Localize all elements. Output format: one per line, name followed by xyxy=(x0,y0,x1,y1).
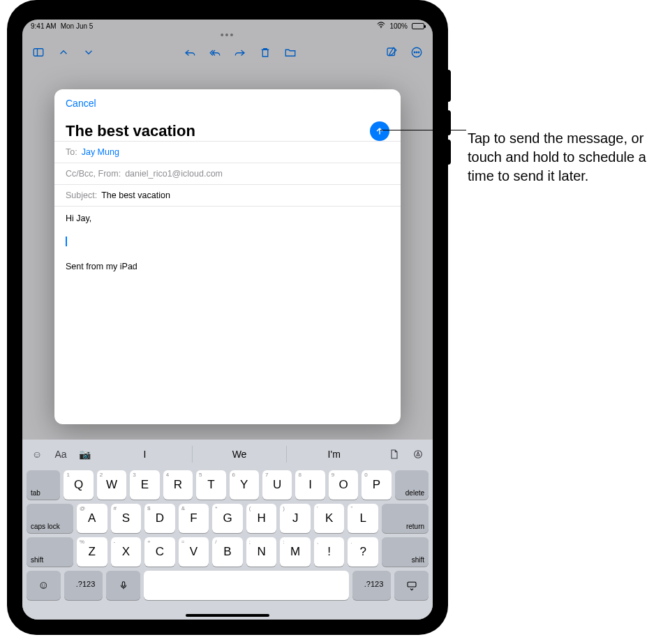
text-format-icon[interactable]: Aa xyxy=(50,449,71,460)
key-K[interactable]: 'K xyxy=(314,504,345,533)
key-I[interactable]: 8I xyxy=(295,470,325,500)
key-U[interactable]: 7U xyxy=(262,470,292,500)
volume-up-button xyxy=(445,110,451,135)
key-Q[interactable]: 1Q xyxy=(64,470,93,500)
key-hide-keyboard[interactable] xyxy=(394,571,429,600)
compose-body[interactable]: Hi Jay, Sent from my iPad xyxy=(54,206,401,424)
key-S[interactable]: #S xyxy=(111,504,142,533)
key-shift-right[interactable]: shift xyxy=(382,537,429,567)
subject-field[interactable]: Subject: The best vacation xyxy=(54,184,401,206)
ipad-device: 9:41 AM Mon Jun 5 100% ••• xyxy=(7,0,448,635)
key-R[interactable]: 4R xyxy=(163,470,193,500)
key-C[interactable]: +C xyxy=(144,537,175,567)
key-Z[interactable]: %Z xyxy=(77,537,107,567)
send-button[interactable] xyxy=(370,121,389,141)
keyboard-toolbar: ☺ Aa 📷 IWeI'm xyxy=(27,442,429,466)
key-caps-lock[interactable]: caps lock xyxy=(27,504,73,533)
onscreen-keyboard: ☺ Aa 📷 IWeI'm tab 1Q2W3E4R5T6Y7U8I9O0Pde… xyxy=(22,440,433,620)
key-numsym-left[interactable]: .?123 xyxy=(64,571,103,600)
key-numsym-right[interactable]: .?123 xyxy=(352,571,391,600)
key-delete[interactable]: delete xyxy=(395,470,429,500)
compose-sheet: Cancel The best vacation To: Jay Mung Cc… xyxy=(54,89,401,424)
arrow-up-icon xyxy=(375,126,385,136)
callout-text: Tap to send the message, or touch and ho… xyxy=(468,129,656,186)
key-A[interactable]: @A xyxy=(77,504,107,533)
svg-rect-10 xyxy=(408,582,416,587)
volume-down-button xyxy=(445,140,451,165)
prediction-2[interactable]: I'm xyxy=(286,446,381,463)
to-value: Jay Mung xyxy=(82,147,119,157)
callout-leader-line xyxy=(380,130,466,130)
cc-bcc-from-field[interactable]: Cc/Bcc, From: daniel_rico1@icloud.com xyxy=(54,163,401,184)
emoji-search-icon[interactable]: ☺ xyxy=(27,449,47,460)
markup-icon[interactable] xyxy=(408,449,429,460)
keyboard-bottom-row: ☺ .?123 .?123 xyxy=(27,571,429,600)
cc-label: Cc/Bcc, From: xyxy=(66,169,121,179)
from-value: daniel_rico1@icloud.com xyxy=(125,169,223,179)
key-globe-emoji[interactable]: ☺ xyxy=(27,571,61,600)
key-D[interactable]: $D xyxy=(144,504,175,533)
attachment-icon[interactable] xyxy=(384,449,405,460)
screen: 9:41 AM Mon Jun 5 100% ••• xyxy=(22,20,433,620)
power-button xyxy=(445,70,451,102)
key-M[interactable]: :M xyxy=(280,537,311,567)
key-E[interactable]: 3E xyxy=(130,470,159,500)
key-T[interactable]: 5T xyxy=(196,470,225,500)
key-Y[interactable]: 6Y xyxy=(230,470,259,500)
key-L[interactable]: "L xyxy=(348,504,378,533)
body-greeting: Hi Jay, xyxy=(66,214,389,223)
camera-scan-icon[interactable]: 📷 xyxy=(74,449,95,460)
key-H[interactable]: (H xyxy=(246,504,277,533)
key-tab[interactable]: tab xyxy=(27,470,60,500)
subject-value: The best vacation xyxy=(101,190,170,200)
subject-label: Subject: xyxy=(66,190,97,200)
home-indicator[interactable] xyxy=(186,614,269,617)
compose-title: The best vacation xyxy=(66,122,195,140)
key-![interactable]: ,! xyxy=(314,537,345,567)
svg-rect-9 xyxy=(122,582,125,586)
body-signature: Sent from my iPad xyxy=(66,262,389,271)
key-return[interactable]: return xyxy=(382,504,429,533)
key-G[interactable]: *G xyxy=(212,504,243,533)
key-dictation[interactable] xyxy=(106,571,140,600)
to-field[interactable]: To: Jay Mung xyxy=(54,141,401,163)
key-P[interactable]: 0P xyxy=(362,470,391,500)
cancel-button[interactable]: Cancel xyxy=(66,98,389,109)
key-X[interactable]: -X xyxy=(111,537,142,567)
key-N[interactable]: ;N xyxy=(246,537,277,567)
prediction-1[interactable]: We xyxy=(192,446,287,463)
key-O[interactable]: 9O xyxy=(329,470,358,500)
key-space[interactable] xyxy=(144,571,349,600)
prediction-0[interactable]: I xyxy=(98,446,192,463)
key-shift-left[interactable]: shift xyxy=(27,537,73,567)
key-B[interactable]: /B xyxy=(212,537,243,567)
text-cursor xyxy=(66,237,67,246)
key-J[interactable]: )J xyxy=(280,504,311,533)
key-F[interactable]: &F xyxy=(179,504,209,533)
key-?[interactable]: .? xyxy=(348,537,378,567)
key-W[interactable]: 2W xyxy=(97,470,126,500)
key-V[interactable]: =V xyxy=(179,537,209,567)
to-label: To: xyxy=(66,147,77,157)
